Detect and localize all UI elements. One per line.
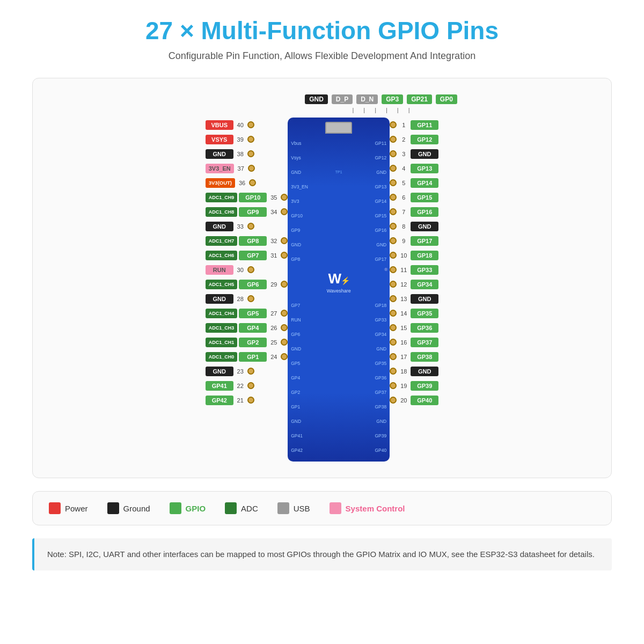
pin-r10-dot — [390, 252, 397, 259]
pin-r12-dot — [390, 281, 397, 288]
right-pins: 1 GP11 2 GP12 3 GND 4 GP13 5 GP14 — [390, 118, 438, 407]
pin-r5-dot — [390, 179, 397, 186]
board-row-38-3: GND TP1 GND — [288, 165, 390, 179]
pin-27-dot — [281, 310, 288, 317]
top-labels: GND D_P D_N GP3 GP21 GP0 |||||| — [43, 94, 601, 113]
pin-32-label: GP8 — [239, 236, 267, 246]
pin-row-r1: 1 GP11 — [390, 118, 438, 132]
pin-24-dot — [281, 353, 288, 360]
power-label: Power — [65, 504, 88, 513]
pin-r20-label: GP40 — [411, 396, 438, 405]
pin-28-num: 28 — [235, 296, 246, 302]
board-row-25-16: GP2 GP37 — [288, 385, 390, 399]
system-control-label: System Control — [346, 504, 405, 513]
pin-r20-num: 20 — [398, 397, 409, 404]
board-row-28-13: GND GND — [288, 341, 390, 356]
pin-38-dot — [247, 150, 254, 157]
pin-32-dot — [281, 237, 288, 244]
pin-21-dot — [247, 397, 254, 404]
pin-row-22: GP41 22 — [206, 378, 288, 393]
pin-r13-label: GND — [411, 294, 438, 304]
pin-26-dot — [281, 324, 288, 331]
pin-r1-num: 1 — [398, 122, 409, 128]
pin-row-r14: 14 GP35 — [390, 306, 438, 320]
board-row-26-15: GP4 GP36 — [288, 370, 390, 385]
pin-31-dot — [281, 252, 288, 259]
pin-39-dot — [247, 136, 254, 143]
pin-33-num: 33 — [235, 223, 246, 230]
pin-r13-num: 13 — [398, 296, 409, 302]
pin-35-dot — [281, 194, 288, 201]
pin-r14-num: 14 — [398, 310, 409, 317]
pin-35-label: GP10 — [239, 193, 267, 202]
legend-power: Power — [49, 502, 88, 514]
pin-27-extra: ADC1_CH4 — [206, 309, 238, 318]
pin-row-26: ADC1_CH3 GP4 26 — [206, 320, 288, 335]
pin-r5-num: 5 — [398, 180, 409, 186]
pin-26-label: GP4 — [239, 323, 267, 333]
pin-row-r15: 15 GP36 — [390, 320, 438, 335]
pin-25-num: 25 — [268, 339, 279, 346]
pin-r15-dot — [390, 324, 397, 331]
pin-r7-dot — [390, 208, 397, 215]
pin-r7-num: 7 — [398, 209, 409, 215]
board-row-29-12: GP6 GP34 — [288, 327, 390, 341]
pin-row-r4: 4 GP13 — [390, 161, 438, 175]
pin-r8-dot — [390, 223, 397, 230]
pin-r6-num: 6 — [398, 194, 409, 201]
pin-r6-label: GP15 — [411, 193, 438, 202]
page-subtitle: Configurable Pin Function, Allows Flexib… — [32, 50, 612, 62]
pin-34-dot — [281, 208, 288, 215]
pin-row-r7: 7 GP16 — [390, 204, 438, 219]
pin-22-num: 22 — [235, 383, 246, 389]
pin-row-r8: 8 GND — [390, 219, 438, 233]
pin-row-r13: 13 GND — [390, 291, 438, 306]
pin-28-label: GND — [206, 294, 233, 304]
pin-row-39: VSYS 39 — [206, 132, 288, 147]
top-label-gnd: GND — [305, 94, 328, 104]
pin-22-dot — [247, 382, 254, 389]
pin-35-num: 35 — [268, 194, 279, 201]
legend-system-control: System Control — [330, 502, 405, 514]
board-row-39-2: Vsys GP12 — [288, 150, 390, 165]
pin-25-dot — [281, 339, 288, 346]
pin-30-label: RUN — [206, 265, 233, 275]
pin-r4-num: 4 — [398, 165, 409, 172]
pin-row-r2: 2 GP12 — [390, 132, 438, 147]
pin-33-dot — [247, 223, 254, 230]
pin-36-num: 36 — [237, 180, 247, 186]
pin-r10-label: GP18 — [411, 251, 438, 260]
pin-row-30: RUN 30 — [206, 262, 288, 277]
pin-24-extra: ADC1_CH0 — [206, 352, 238, 362]
pin-r16-label: GP37 — [411, 338, 438, 347]
pin-r14-label: GP35 — [411, 309, 438, 318]
sysctrl-swatch — [330, 502, 341, 514]
pin-r8-num: 8 — [398, 223, 409, 230]
legend-ground: Ground — [107, 502, 150, 514]
pin-r3-num: 3 — [398, 151, 409, 157]
board-row-35-6: GP10 GP15 — [288, 208, 390, 223]
pin-row-r12: 12 GP34 — [390, 277, 438, 291]
ground-swatch — [107, 502, 119, 514]
pin-row-r19: 19 GP39 — [390, 378, 438, 393]
power-swatch — [49, 502, 61, 514]
pin-r13-dot — [390, 295, 397, 302]
pin-row-r20: 20 GP40 — [390, 393, 438, 407]
board-row-21-20: GP42 GP40 — [288, 443, 390, 457]
pin-row-r3: 3 GND — [390, 147, 438, 161]
note-box: Note: SPI, I2C, UART and other interface… — [32, 538, 612, 570]
board-row-34-7: GP9 GP16 — [288, 223, 390, 237]
pin-r3-label: GND — [411, 149, 438, 159]
board-row-22-19: GP41 GP39 — [288, 428, 390, 443]
waveshare-text: Waveshare — [288, 288, 390, 294]
pin-40-num: 40 — [235, 122, 246, 128]
pin-34-extra: ADC1_CH8 — [206, 207, 238, 217]
pin-r1-label: GP11 — [411, 120, 438, 130]
pin-r16-num: 16 — [398, 339, 409, 346]
pin-37-num: 37 — [236, 165, 246, 172]
pin-row-r11: 11 GP33 — [390, 262, 438, 277]
pin-row-r5: 5 GP14 — [390, 175, 438, 190]
gpio-label: GPIO — [186, 504, 206, 513]
pin-24-num: 24 — [268, 354, 279, 360]
pin-r1-dot — [390, 121, 397, 128]
